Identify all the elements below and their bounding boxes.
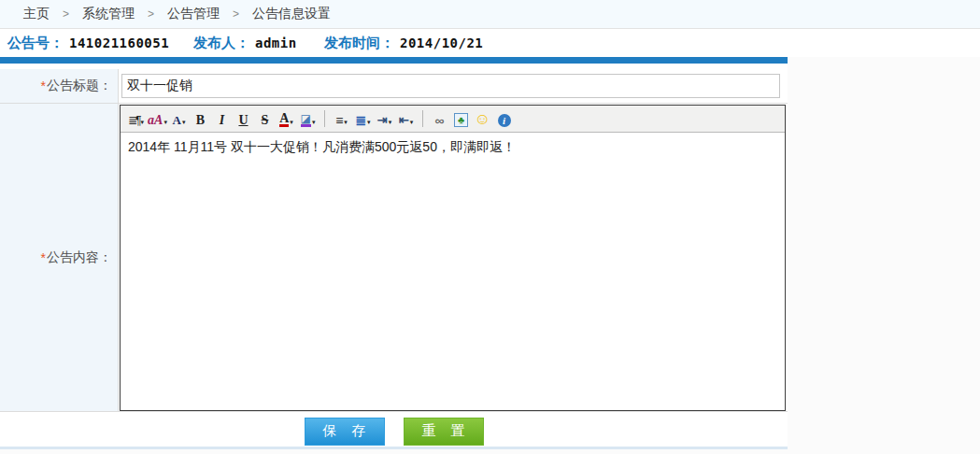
form-actions: 保 存 重 置 [0,412,788,447]
paragraph-style-icon[interactable]: ≣¶▾ [125,108,147,129]
dropdown-caret-icon: ▾ [163,118,167,127]
required-mark: * [41,250,46,265]
form-bottom-strip [0,447,788,449]
link-icon[interactable]: ∞ [429,108,450,129]
required-mark: * [41,78,46,93]
breadcrumb-item-announcement-info-settings[interactable]: 公告信息设置 [252,6,331,22]
announcement-form: * 公告标题： * 公告内容： ≣¶▾aA▾A▾BIUSA▾◪▾≡▾≣▾⇥▾⇤▾… [0,69,788,449]
title-input[interactable] [121,74,780,98]
highlight-color-icon-glyph: ◪ [301,113,311,127]
publish-time-label: 发布时间： [324,35,394,52]
section-divider-bar [0,57,788,64]
underline-icon-glyph: U [238,114,248,127]
link-icon-glyph: ∞ [435,114,445,127]
editor-content[interactable]: 2014年 11月11号 双十一大促销！凡消费满500元返50，即满即返！ [121,133,785,410]
content-label-cell: * 公告内容： [0,104,119,411]
text-color-icon[interactable]: A▾ [276,108,297,129]
announcement-info-bar: 公告号： 141021160051 发布人： admin 发布时间： 2014/… [0,29,980,57]
save-button[interactable]: 保 存 [305,418,385,446]
publisher-label: 发布人： [193,35,249,52]
title-label-cell: * 公告标题： [0,69,119,103]
text-color-icon-glyph: A [279,113,289,127]
dropdown-caret-icon: ▾ [367,118,371,127]
dropdown-caret-icon: ▾ [344,118,348,127]
ordered-list-icon[interactable]: ≣▾ [352,108,374,129]
title-row: * 公告标题： [0,69,788,104]
toolbar-separator [422,110,423,127]
emoticon-icon[interactable]: ☺ [472,108,493,129]
font-size-icon[interactable]: A▾ [168,108,190,129]
strikethrough-icon-glyph: S [262,114,269,127]
outdent-icon[interactable]: ⇤▾ [395,108,417,129]
publisher-field: 发布人： admin [193,35,324,52]
about-icon-glyph: i [498,114,511,127]
image-icon-glyph: ♣ [454,113,468,127]
dropdown-caret-icon: ▾ [290,118,293,127]
indent-icon-glyph: ⇥ [377,114,388,127]
bold-icon-glyph: B [196,114,205,127]
image-icon[interactable]: ♣ [450,108,472,129]
announcement-id-field: 公告号： 141021160051 [7,35,193,52]
emoticon-icon-glyph: ☺ [475,112,490,127]
about-icon[interactable]: i [493,108,515,129]
dropdown-caret-icon: ▾ [182,118,186,127]
announcement-id-value: 141021160051 [69,35,169,50]
content-row: * 公告内容： ≣¶▾aA▾A▾BIUSA▾◪▾≡▾≣▾⇥▾⇤▾∞♣☺i 201… [0,104,788,412]
font-size-icon-glyph: A [173,114,181,127]
font-family-icon-glyph: aA [148,114,163,127]
reset-button[interactable]: 重 置 [404,418,484,446]
highlight-color-icon[interactable]: ◪▾ [297,108,319,129]
paragraph-style-icon-glyph: ≣¶ [128,114,140,127]
breadcrumb-separator: > [233,7,239,21]
ordered-list-icon-glyph: ≣ [355,114,366,127]
align-icon[interactable]: ≡▾ [331,108,352,129]
bold-icon[interactable]: B [190,108,211,129]
strikethrough-icon[interactable]: S [254,108,276,129]
title-value-cell [119,69,788,103]
breadcrumb-separator: > [148,7,154,21]
breadcrumb-item-system-management[interactable]: 系统管理 [82,6,135,22]
dropdown-caret-icon: ▾ [410,118,414,127]
font-family-icon[interactable]: aA▾ [147,108,168,129]
rich-text-editor: ≣¶▾aA▾A▾BIUSA▾◪▾≡▾≣▾⇥▾⇤▾∞♣☺i 2014年 11月11… [120,105,786,411]
toolbar-separator [324,110,325,127]
content-label: 公告内容： [47,249,112,266]
dropdown-caret-icon: ▾ [312,118,316,127]
editor-toolbar: ≣¶▾aA▾A▾BIUSA▾◪▾≡▾≣▾⇥▾⇤▾∞♣☺i [121,106,785,133]
italic-icon-glyph: I [220,114,224,127]
outdent-icon-glyph: ⇤ [399,114,409,127]
breadcrumb-item-announcement-management[interactable]: 公告管理 [167,6,220,22]
indent-icon[interactable]: ⇥▾ [374,108,395,129]
announcement-id-label: 公告号： [7,35,64,52]
italic-icon[interactable]: I [211,108,233,129]
underline-icon[interactable]: U [233,108,254,129]
title-label: 公告标题： [47,78,112,94]
align-icon-glyph: ≡ [335,114,343,127]
publisher-value: admin [255,35,297,50]
publish-time-value: 2014/10/21 [400,35,483,50]
publish-time-field: 发布时间： 2014/10/21 [324,35,483,52]
breadcrumb-separator: > [63,7,69,21]
dropdown-caret-icon: ▾ [140,118,144,127]
breadcrumb-item-home[interactable]: 主页 [23,6,50,22]
breadcrumb: 主页 > 系统管理 > 公告管理 > 公告信息设置 [0,0,980,29]
content-value-cell: ≣¶▾aA▾A▾BIUSA▾◪▾≡▾≣▾⇥▾⇤▾∞♣☺i 2014年 11月11… [119,104,788,411]
dropdown-caret-icon: ▾ [389,118,392,127]
